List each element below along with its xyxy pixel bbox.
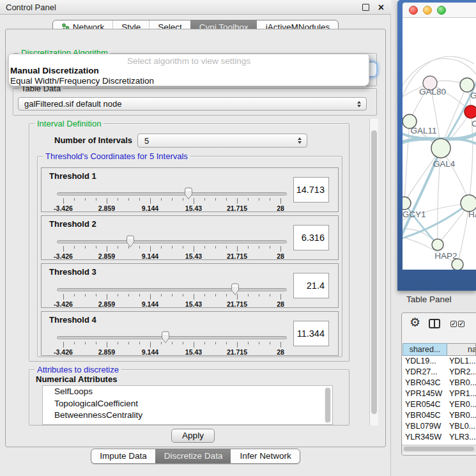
- list-vertical-scrollbar[interactable]: [325, 387, 331, 424]
- threshold-slider[interactable]: -3.4262.8599.14415.4321.71528: [57, 235, 287, 259]
- attributes-group-title: Attributes to discretize: [35, 365, 121, 374]
- table-row[interactable]: YDR27...YDR2...: [403, 367, 476, 378]
- slider-thumb[interactable]: [125, 235, 135, 248]
- slider-tick-label: 2.859: [86, 348, 127, 356]
- slider-tick: [183, 246, 183, 249]
- cell-name: YDL1...: [449, 356, 476, 367]
- apply-button[interactable]: Apply: [171, 429, 215, 443]
- slider-tick: [237, 246, 238, 252]
- table-row[interactable]: YDL19...YDL1...: [403, 356, 476, 367]
- numerical-attributes-list[interactable]: SelfLoopsTopologicalCoefficientBetweenne…: [42, 385, 333, 425]
- control-panel-window: Control Panel × NetworkStyleSelectCyni T…: [0, 0, 391, 476]
- threshold-value-field[interactable]: 6.316: [293, 225, 329, 250]
- slider-tick: [63, 342, 64, 348]
- slider-tick: [107, 246, 107, 252]
- slider-tick: [107, 342, 107, 348]
- slider-tick: [215, 342, 216, 344]
- tab-discretize-data[interactable]: Discretize Data: [155, 449, 231, 463]
- table-column-header[interactable]: na...: [447, 343, 476, 356]
- slider-tick-label: 15.43: [173, 348, 214, 356]
- table-row[interactable]: YLR345WYLR3...: [403, 432, 476, 443]
- close-window-icon[interactable]: ×: [378, 1, 384, 14]
- table-row[interactable]: YBL079WYBL0...: [403, 421, 476, 432]
- table-row[interactable]: YPR145WYPR1...: [403, 388, 476, 399]
- slider-tick: [226, 294, 227, 296]
- network-node[interactable]: [464, 105, 476, 118]
- columns-icon[interactable]: [429, 319, 440, 328]
- settings-vertical-scrollbar[interactable]: [369, 119, 378, 426]
- slider-tick: [204, 246, 205, 249]
- slider-track: [57, 240, 287, 243]
- threshold-slider[interactable]: -3.4262.8599.14415.4321.71528: [57, 187, 287, 211]
- table-column-header[interactable]: shared...: [403, 343, 447, 356]
- slider-tick-label: 21.715: [217, 204, 257, 212]
- slider-tick: [107, 198, 107, 204]
- slider-tick-label: -3.426: [43, 252, 84, 260]
- slider-tick-label: 21.715: [217, 300, 257, 308]
- cell-shared-name: YER054C: [405, 399, 447, 410]
- slider-tick: [270, 342, 270, 344]
- algorithm-option-equal-width-frequency-discretization[interactable]: Equal Width/Frequency Discretization: [9, 76, 369, 86]
- slider-tick-label: 9.144: [130, 204, 171, 212]
- network-node[interactable]: [432, 239, 443, 250]
- network-graph[interactable]: GAL80GACGAL11GAL4GCY1HAHAP2: [403, 18, 476, 270]
- algorithm-option-manual-discretization[interactable]: Manual Discretization: [9, 66, 369, 76]
- network-node[interactable]: [460, 78, 474, 92]
- table-data-combobox[interactable]: galFiltered.sif default node: [18, 97, 367, 111]
- threshold-value-field[interactable]: 14.713: [293, 177, 329, 203]
- attributes-group: Attributes to discretize Numerical Attri…: [29, 369, 349, 426]
- control-panel-titlebar: Control Panel ×: [0, 0, 391, 15]
- tab-label: Discretize Data: [164, 449, 223, 463]
- tab-infer-network[interactable]: Infer Network: [231, 449, 299, 463]
- cell-name: YLR3...: [449, 432, 476, 443]
- network-node-label: HA: [468, 210, 476, 219]
- threshold-slider[interactable]: -3.4262.8599.14415.4321.71528: [57, 331, 287, 355]
- hscrollbar-thumb[interactable]: [404, 447, 474, 451]
- network-canvas[interactable]: GAL80GACGAL11GAL4GCY1HAHAP2: [403, 18, 476, 270]
- table-horizontal-scrollbar[interactable]: [402, 445, 476, 452]
- slider-tick: [85, 294, 86, 296]
- tab-impute-data[interactable]: Impute Data: [91, 449, 155, 463]
- slider-tick: [161, 294, 162, 296]
- float-window-icon[interactable]: [362, 4, 369, 11]
- slider-thumb[interactable]: [160, 331, 171, 344]
- table-row[interactable]: YER054CYER0...: [403, 399, 476, 410]
- number-of-intervals-spinner[interactable]: 5: [137, 134, 307, 148]
- slider-tick: [96, 342, 96, 344]
- gear-icon[interactable]: ⚙: [410, 315, 420, 329]
- attribute-item-topologicalcoefficient[interactable]: TopologicalCoefficient: [43, 398, 332, 410]
- slider-tick-label: 9.144: [130, 348, 171, 356]
- network-node[interactable]: [431, 139, 450, 158]
- checkbox-icon[interactable]: ✓: [458, 321, 464, 327]
- scrollbar-thumb[interactable]: [371, 130, 377, 414]
- algorithm-combobox-focus-ring[interactable]: [368, 62, 377, 77]
- threshold-slider[interactable]: -3.4262.8599.14415.4321.71528: [57, 283, 287, 307]
- list-scrollbar-thumb[interactable]: [325, 388, 330, 422]
- table-row[interactable]: YBR045CYBR0...: [403, 410, 476, 421]
- slider-thumb[interactable]: [230, 283, 240, 296]
- zoom-traffic-light-icon[interactable]: [437, 6, 446, 15]
- slider-tick: [172, 294, 173, 296]
- attribute-item-betweennesscentrality[interactable]: BetweennessCentrality: [43, 410, 332, 422]
- threshold-value-field[interactable]: 11.344: [293, 321, 329, 346]
- network-node[interactable]: [403, 197, 411, 210]
- close-traffic-light-icon[interactable]: [409, 6, 418, 15]
- checkbox-icon[interactable]: ✓: [450, 321, 457, 327]
- slider-tick: [215, 246, 216, 249]
- slider-tick: [172, 342, 173, 344]
- attribute-item-selfloops[interactable]: SelfLoops: [43, 386, 332, 398]
- network-window-titlebar: [403, 3, 476, 18]
- slider-tick: [237, 342, 238, 348]
- slider-tick-label: 28: [260, 204, 301, 212]
- slider-thumb[interactable]: [183, 187, 194, 200]
- slider-track: [57, 336, 287, 339]
- table-row[interactable]: YBR043CYBR0...: [403, 378, 476, 388]
- slider-tick: [96, 198, 96, 201]
- cell-shared-name: YBR045C: [405, 410, 447, 421]
- threshold-value-field[interactable]: 21.4: [293, 273, 329, 298]
- spinner-arrows-icon: [298, 137, 302, 144]
- slider-tick: [270, 198, 270, 201]
- minimize-traffic-light-icon[interactable]: [423, 6, 432, 15]
- slider-tick: [118, 246, 118, 249]
- cell-name: YPR1...: [449, 388, 476, 399]
